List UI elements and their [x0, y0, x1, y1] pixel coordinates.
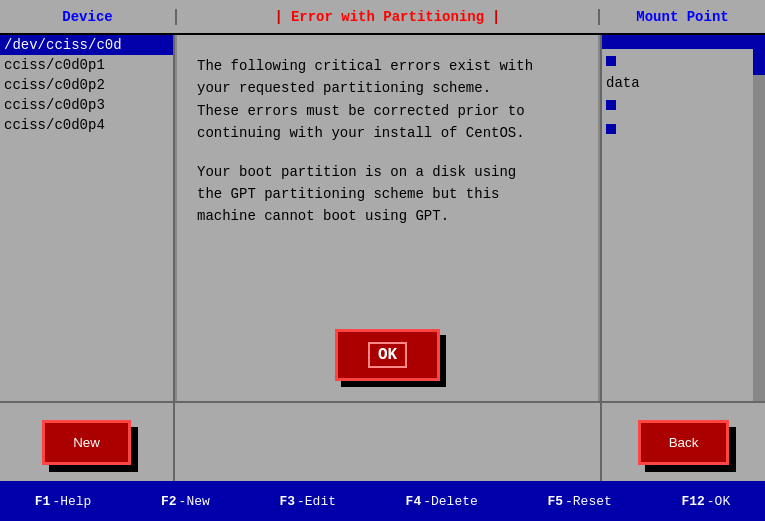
device-panel: /dev/cciss/c0d cciss/c0d0p1 cciss/c0d0p2…: [0, 35, 175, 401]
footer-f2[interactable]: F2 -New: [161, 494, 210, 509]
new-button[interactable]: New: [42, 420, 131, 465]
error-text-2: Your boot partition is on a disk using t…: [197, 161, 578, 228]
device-list: /dev/cciss/c0d cciss/c0d0p1 cciss/c0d0p2…: [0, 35, 173, 135]
pipe-left: |: [274, 9, 282, 25]
mount-item: [602, 49, 765, 73]
error-column-header: | Error with Partitioning |: [175, 9, 600, 25]
ok-button[interactable]: OK: [335, 329, 440, 381]
pipe-right: |: [492, 9, 500, 25]
device-item[interactable]: cciss/c0d0p4: [0, 115, 173, 135]
f12-key: F12: [681, 494, 704, 509]
mount-indicator: [606, 37, 616, 47]
mount-item: [602, 117, 765, 141]
ok-button-label: OK: [368, 342, 407, 368]
device-item[interactable]: cciss/c0d0p2: [0, 75, 173, 95]
footer-f5[interactable]: F5 -Reset: [547, 494, 611, 509]
mount-column-header: Mount Point: [600, 9, 765, 25]
ok-button-shadow: OK: [335, 329, 440, 381]
mount-indicator: [606, 56, 616, 66]
middle-area: [175, 403, 600, 481]
new-button-area: New: [0, 403, 175, 481]
footer: F1 -Help F2 -New F3 -Edit F4 -Delete F5 …: [0, 481, 765, 521]
device-column-header: Device: [0, 9, 175, 25]
new-button-wrapper: New: [42, 420, 131, 465]
f3-action: -Edit: [297, 494, 336, 509]
content-row: /dev/cciss/c0d cciss/c0d0p1 cciss/c0d0p2…: [0, 35, 765, 401]
f1-key: F1: [35, 494, 51, 509]
mount-item: data: [602, 73, 765, 93]
mount-indicator: [606, 100, 616, 110]
footer-f3[interactable]: F3 -Edit: [279, 494, 336, 509]
device-item[interactable]: cciss/c0d0p1: [0, 55, 173, 75]
f3-key: F3: [279, 494, 295, 509]
f2-key: F2: [161, 494, 177, 509]
footer-f4[interactable]: F4 -Delete: [406, 494, 478, 509]
error-content: The following critical errors exist with…: [177, 35, 598, 329]
error-panel: The following critical errors exist with…: [175, 35, 600, 401]
mount-panel: data: [600, 35, 765, 401]
mount-value: data: [606, 75, 640, 91]
back-button[interactable]: Back: [638, 420, 730, 465]
f4-key: F4: [406, 494, 422, 509]
back-button-wrapper: Back: [638, 420, 730, 465]
header-row: Device | Error with Partitioning | Mount…: [0, 0, 765, 35]
error-title: Error with Partitioning: [291, 9, 484, 25]
mount-indicator: [606, 124, 616, 134]
back-button-area: Back: [600, 403, 765, 481]
f5-key: F5: [547, 494, 563, 509]
f12-action: -OK: [707, 494, 730, 509]
error-text-1: The following critical errors exist with…: [197, 55, 578, 145]
f5-action: -Reset: [565, 494, 612, 509]
device-item[interactable]: cciss/c0d0p3: [0, 95, 173, 115]
f1-action: -Help: [52, 494, 91, 509]
buttons-row: New Back: [0, 401, 765, 481]
mount-item: [602, 35, 765, 49]
footer-f1[interactable]: F1 -Help: [35, 494, 92, 509]
footer-f12[interactable]: F12 -OK: [681, 494, 730, 509]
device-item[interactable]: /dev/cciss/c0d: [0, 35, 173, 55]
f4-action: -Delete: [423, 494, 478, 509]
f2-action: -New: [179, 494, 210, 509]
scrollbar[interactable]: [753, 35, 765, 401]
ok-button-area: OK: [177, 329, 598, 401]
mount-list: data: [602, 35, 765, 141]
mount-item: [602, 93, 765, 117]
scrollbar-thumb: [753, 35, 765, 75]
